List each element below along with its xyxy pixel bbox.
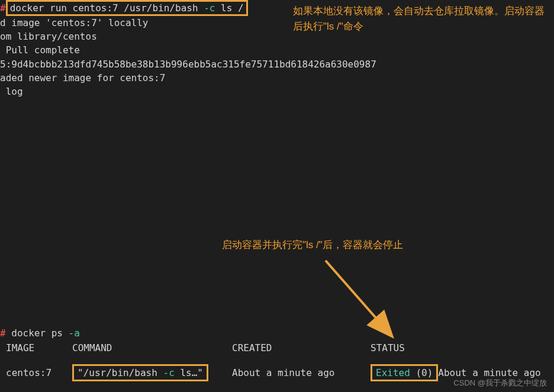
watermark-text: CSDN @我于杀戮之中绽放 xyxy=(453,378,547,388)
status-exited: Exited xyxy=(376,367,410,378)
status-time: About a minute ago xyxy=(438,367,540,378)
docker-ps-section: # docker ps -a IMAGE COMMAND CREATED STA… xyxy=(0,327,554,381)
cmd-text: docker ps xyxy=(6,327,69,339)
terminal-window[interactable]: # docker run centos:7 /usr/bin/bash -c l… xyxy=(0,0,554,392)
command-line-2: # docker ps -a xyxy=(0,327,554,339)
cmd-flag: -c xyxy=(163,367,175,378)
annotation-text-2: 启动容器并执行完"ls /"后，容器就会停止 xyxy=(222,237,518,253)
cmd-text: docker run centos:7 /usr/bin/bash xyxy=(10,2,204,14)
cmd-part: ls…" xyxy=(175,367,203,378)
prompt-symbol: # xyxy=(0,2,6,14)
output-line: log xyxy=(0,85,554,98)
output-line: Pull complete xyxy=(0,43,554,57)
cmd-part: "/usr/bin/bash xyxy=(78,367,163,378)
status-code: (0) xyxy=(410,367,433,378)
cmd-text2: ls / xyxy=(215,2,243,14)
cmd-flag: -a xyxy=(69,327,80,339)
status-highlight: Exited (0) xyxy=(371,364,438,381)
header-created: CREATED xyxy=(232,342,371,354)
svg-line-1 xyxy=(326,261,389,333)
cell-created: About a minute ago xyxy=(232,367,371,378)
cell-image: centos:7 xyxy=(6,367,72,378)
annotation-text-1: 如果本地没有该镜像，会自动去仓库拉取镜像。启动容器后执行"ls /"命令 xyxy=(293,4,547,34)
header-image: IMAGE xyxy=(6,342,72,354)
command-highlight: "/usr/bin/bash -c ls…" xyxy=(72,364,208,381)
docker-run-command-highlight: docker run centos:7 /usr/bin/bash -c ls … xyxy=(6,0,248,16)
output-line: 5:9d4bcbbb213dfd745b58be38b13b996ebb5ac3… xyxy=(0,57,554,71)
output-line: aded newer image for centos:7 xyxy=(0,71,554,85)
ps-table-header: IMAGE COMMAND CREATED STATUS xyxy=(0,342,554,354)
cell-command: "/usr/bin/bash -c ls…" xyxy=(72,364,232,381)
prompt-symbol: # xyxy=(0,327,6,339)
header-command: COMMAND xyxy=(72,342,232,354)
header-status: STATUS xyxy=(371,342,548,354)
cmd-flag: -c xyxy=(204,2,215,14)
